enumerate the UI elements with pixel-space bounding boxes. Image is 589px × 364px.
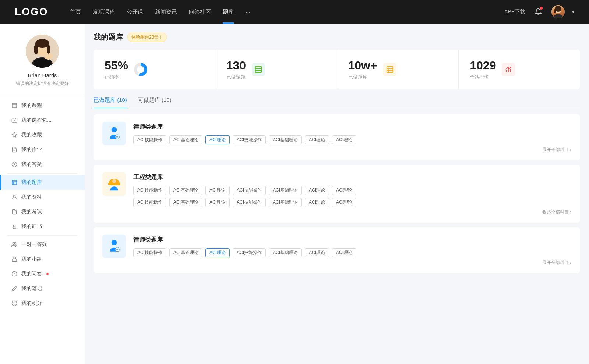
homework-icon <box>11 146 18 153</box>
sidebar-label-qbank: 我的题库 <box>21 179 42 186</box>
tags-row-2b: ACI技能操作 ACI基础理论 ACI理论 ACI技能操作 ACI基础理论 AC… <box>133 198 571 207</box>
profile-name: Brian Harris <box>28 72 57 78</box>
nav-discover[interactable]: 发现课程 <box>93 8 115 15</box>
tag[interactable]: ACI理论 <box>305 248 329 257</box>
tag-active[interactable]: ACI理论 <box>205 135 230 144</box>
sidebar-item-qbank[interactable]: 我的题库 <box>0 175 85 190</box>
sidebar-item-package[interactable]: 我的课程包... <box>0 113 85 128</box>
lawyer-icon-2 <box>102 235 126 258</box>
sidebar-item-group[interactable]: 我的小组 <box>0 252 85 267</box>
page-wrapper: Brian Harris 错误的决定比没有决定要好 我的课程 我的课程包... <box>0 24 589 364</box>
stat-rank-value: 1029 <box>470 58 496 72</box>
tag[interactable]: ACI技能操作 <box>133 135 166 144</box>
expand-link-1[interactable]: 展开全部科目 › <box>133 147 571 153</box>
collapse-link-2[interactable]: 收起全部科目 › <box>133 209 571 215</box>
tab-todo[interactable]: 可做题库 (10) <box>138 97 172 108</box>
nav-open-course[interactable]: 公开课 <box>127 8 143 15</box>
tag[interactable]: ACI理论 <box>305 135 329 144</box>
tag[interactable]: ACI基础理论 <box>169 248 202 257</box>
sidebar-item-notes[interactable]: 我的笔记 <box>0 281 85 296</box>
sidebar-item-cert[interactable]: 我的证书 <box>0 219 85 234</box>
qbank-icon <box>11 179 18 186</box>
tag[interactable]: ACI理论 <box>332 198 356 207</box>
course-icon <box>11 102 18 109</box>
tag[interactable]: ACI理论 <box>205 198 230 207</box>
tag[interactable]: ACI理论 <box>332 186 356 195</box>
tab-done[interactable]: 已做题库 (10) <box>94 97 127 108</box>
nav-more[interactable]: ··· <box>246 8 250 15</box>
sidebar-item-answering[interactable]: 我的答疑 <box>0 157 85 172</box>
sidebar-item-question[interactable]: 我的问答 <box>0 267 85 281</box>
navbar-right: APP下载 ▾ <box>504 5 574 18</box>
done-b-icon <box>383 63 396 76</box>
svg-point-24 <box>13 195 15 197</box>
svg-marker-15 <box>12 132 17 137</box>
svg-rect-37 <box>387 67 393 73</box>
avatar-image <box>551 5 565 18</box>
tag[interactable]: ACI技能操作 <box>233 135 266 144</box>
group-icon <box>11 256 18 263</box>
qbank-title-2: 工程类题库 <box>133 172 571 181</box>
points-icon <box>11 300 18 307</box>
stat-done-b-label: 已做题库 <box>348 74 377 81</box>
oneone-icon <box>11 241 18 248</box>
tag[interactable]: ACI技能操作 <box>233 198 266 207</box>
nav-qa[interactable]: 问答社区 <box>189 8 211 15</box>
tag[interactable]: ACI技能操作 <box>133 198 166 207</box>
expand-link-3[interactable]: 展开全部科目 › <box>133 260 571 266</box>
stat-accuracy: 55% 正确率 <box>94 50 215 89</box>
tag[interactable]: ACI基础理论 <box>269 248 302 257</box>
rank-icon <box>502 63 515 76</box>
notification-dot <box>540 7 543 10</box>
tag[interactable]: ACI基础理论 <box>169 135 202 144</box>
tag[interactable]: ACI技能操作 <box>133 186 166 195</box>
avatar[interactable] <box>551 5 565 18</box>
svg-point-9 <box>47 45 50 54</box>
cert-icon <box>11 223 18 230</box>
sidebar: Brian Harris 错误的决定比没有决定要好 我的课程 我的课程包... <box>0 24 85 364</box>
tag[interactable]: ACI基础理论 <box>169 198 202 207</box>
tag[interactable]: ACI理论 <box>305 186 329 195</box>
sidebar-item-homework[interactable]: 我的作业 <box>0 142 85 157</box>
tag[interactable]: ACI理论 <box>205 186 230 195</box>
nav-news[interactable]: 新闻资讯 <box>155 8 177 15</box>
tag[interactable]: ACI理论 <box>332 135 356 144</box>
tag[interactable]: ACI技能操作 <box>233 186 266 195</box>
exam-icon <box>11 208 18 215</box>
qbank-card-lawyer-2: 律师类题库 ACI技能操作 ACI基础理论 ACI理论 ACI技能操作 ACI基… <box>94 227 580 273</box>
navbar: LOGO 首页 发现课程 公开课 新闻资讯 问答社区 题库 ··· APP下载 <box>0 0 589 24</box>
sidebar-label-oneone: 一对一答疑 <box>21 241 47 248</box>
avatar-chevron[interactable]: ▾ <box>572 9 574 14</box>
sidebar-item-course[interactable]: 我的课程 <box>0 98 85 113</box>
tag[interactable]: ACI基础理论 <box>269 186 302 195</box>
app-download-link[interactable]: APP下载 <box>504 8 525 15</box>
tag[interactable]: ACI技能操作 <box>133 248 166 257</box>
sidebar-item-favorites[interactable]: 我的收藏 <box>0 128 85 142</box>
tag[interactable]: ACI基础理论 <box>269 135 302 144</box>
tag[interactable]: ACI基础理论 <box>269 198 302 207</box>
sidebar-item-oneone[interactable]: 一对一答疑 <box>0 237 85 252</box>
sidebar-label-data: 我的资料 <box>21 194 42 200</box>
tag[interactable]: ACI理论 <box>305 198 329 207</box>
tag[interactable]: ACI技能操作 <box>233 248 266 257</box>
nav-home[interactable]: 首页 <box>70 8 81 15</box>
stat-accuracy-label: 正确率 <box>105 74 128 81</box>
star-icon <box>11 132 18 138</box>
sidebar-item-points[interactable]: 我的积分 <box>0 296 85 311</box>
sidebar-label-exam: 我的考试 <box>21 208 42 215</box>
tag[interactable]: ACI基础理论 <box>169 186 202 195</box>
accuracy-chart <box>134 63 147 76</box>
sidebar-label-group: 我的小组 <box>21 256 42 263</box>
stat-done-q-value: 130 <box>226 58 246 72</box>
stat-done-b-value: 10w+ <box>348 58 377 72</box>
svg-point-44 <box>112 127 117 133</box>
notification-bell[interactable] <box>532 6 544 18</box>
tag[interactable]: ACI理论 <box>332 248 356 257</box>
sidebar-item-data[interactable]: 我的资料 <box>0 190 85 204</box>
sidebar-divider-2 <box>7 235 77 236</box>
svg-point-47 <box>112 179 116 183</box>
qbank-title-3: 律师类题库 <box>133 235 571 244</box>
sidebar-item-exam[interactable]: 我的考试 <box>0 204 85 219</box>
tag-active[interactable]: ACI理论 <box>205 248 230 257</box>
nav-qbank[interactable]: 题库 <box>223 8 234 15</box>
